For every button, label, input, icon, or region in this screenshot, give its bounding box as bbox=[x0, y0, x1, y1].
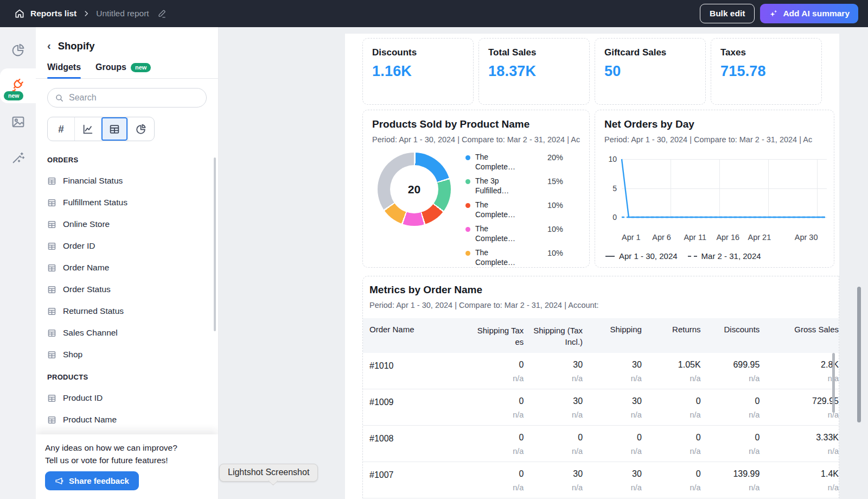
kpi-value: 1.16K bbox=[372, 63, 464, 80]
rail-item-connectors[interactable]: new bbox=[0, 68, 36, 103]
page-scrollbar[interactable] bbox=[857, 287, 861, 422]
top-bar: Reports list Untitled report Bulk edit A… bbox=[0, 0, 868, 27]
kpi-title: Total Sales bbox=[488, 47, 580, 58]
cell: 3.33Kn/a bbox=[760, 433, 839, 456]
widget-item-product-id[interactable]: Product ID bbox=[36, 387, 218, 409]
widget-item-label: Fulfillment Status bbox=[63, 198, 127, 207]
legend-row: The Complete… 20% bbox=[465, 153, 563, 172]
solid-line-marker bbox=[605, 256, 615, 257]
column-header: Shipping bbox=[583, 324, 642, 334]
kpi-giftcard-sales[interactable]: Giftcard Sales 50 bbox=[595, 38, 706, 105]
widget-item-shop[interactable]: Shop bbox=[36, 344, 218, 365]
x-tick: Apr 11 bbox=[684, 233, 706, 242]
legend-label: The Complete… bbox=[475, 224, 515, 243]
kpi-value: 50 bbox=[604, 63, 696, 80]
orders-widget-list: Financial Status Fulfillment Status Onli… bbox=[36, 170, 218, 365]
widget-item-label: Sales Channel bbox=[63, 328, 118, 338]
back-chevron-icon[interactable]: ‹ bbox=[47, 40, 51, 52]
legend-dot bbox=[465, 155, 470, 160]
column-header: Gross Sales bbox=[760, 324, 839, 334]
metrics-table: Order Name Shipping Taxes Shipping (Tax … bbox=[363, 318, 839, 498]
order-name-cell: #1007 bbox=[369, 469, 465, 492]
line-chart-plot: 10 5 0 bbox=[622, 159, 825, 217]
bulk-edit-button[interactable]: Bulk edit bbox=[700, 4, 755, 23]
legend-compare-period: Mar 2 - 31, 2024 bbox=[688, 251, 761, 261]
legend-row: The 3p Fulfilled… 15% bbox=[465, 176, 563, 195]
share-feedback-button[interactable]: Share feedback bbox=[45, 471, 139, 490]
table-widget-button[interactable] bbox=[101, 117, 127, 141]
widget-item-order-status[interactable]: Order Status bbox=[36, 279, 218, 300]
kpi-total-sales[interactable]: Total Sales 18.37K bbox=[478, 38, 590, 105]
table-icon bbox=[47, 307, 56, 316]
kpi-value: 18.37K bbox=[488, 63, 580, 80]
widget-item-financial-status[interactable]: Financial Status bbox=[36, 170, 218, 192]
tab-widgets[interactable]: Widgets bbox=[47, 62, 81, 78]
image-icon bbox=[11, 115, 25, 129]
number-widget-button[interactable]: # bbox=[48, 117, 74, 141]
kpi-discounts[interactable]: Discounts 1.16K bbox=[362, 38, 474, 105]
metrics-table-widget[interactable]: Metrics by Order Name Period: Apr 1 - 30… bbox=[362, 276, 839, 499]
cell: 0n/a bbox=[701, 433, 760, 456]
rail-item-magic[interactable] bbox=[0, 140, 36, 175]
widget-item-order-name[interactable]: Order Name bbox=[36, 257, 218, 279]
cell: 30n/a bbox=[524, 360, 583, 383]
rail-item-charts[interactable] bbox=[0, 33, 36, 67]
sidebar-scrollbar[interactable] bbox=[214, 157, 216, 331]
widget-item-label: Product ID bbox=[63, 393, 103, 403]
kpi-taxes[interactable]: Taxes 715.78 bbox=[711, 38, 822, 105]
feedback-panel: Any ideas on how we can improve? Tell us… bbox=[36, 434, 218, 499]
table-icon bbox=[47, 415, 56, 425]
widget-item-fulfillment-status[interactable]: Fulfillment Status bbox=[36, 192, 218, 213]
donut-widget[interactable]: Products Sold by Product Name Period: Ap… bbox=[362, 110, 590, 268]
magic-wand-icon bbox=[11, 150, 25, 165]
hash-icon: # bbox=[58, 123, 64, 135]
kpi-title: Discounts bbox=[372, 47, 464, 58]
line-widget-button[interactable] bbox=[74, 117, 101, 141]
tab-groups[interactable]: Groups new bbox=[95, 62, 151, 78]
widget-item-sales-channel[interactable]: Sales Channel bbox=[36, 322, 218, 344]
groups-new-badge: new bbox=[131, 63, 151, 72]
tab-widgets-label: Widgets bbox=[47, 62, 81, 72]
edit-pencil-icon[interactable] bbox=[157, 9, 167, 18]
table-header-row: Order Name Shipping Taxes Shipping (Tax … bbox=[363, 318, 839, 353]
widget-item-label: Shop bbox=[63, 350, 82, 359]
breadcrumb-reports-list[interactable]: Reports list bbox=[14, 8, 76, 19]
rail-item-images[interactable] bbox=[0, 104, 36, 139]
column-header: Returns bbox=[642, 324, 701, 334]
widget-item-product-name[interactable]: Product Name bbox=[36, 409, 218, 431]
pie-chart-icon bbox=[11, 43, 25, 58]
cell: 139.99n/a bbox=[701, 469, 760, 492]
cell: 0n/a bbox=[465, 360, 524, 383]
widget-title: Products Sold by Product Name bbox=[372, 118, 580, 130]
column-header: Shipping (Tax Incl.) bbox=[524, 324, 583, 348]
x-tick: Apr 30 bbox=[795, 233, 818, 242]
line-chart-icon bbox=[82, 123, 94, 135]
cell: 729.95n/a bbox=[760, 396, 839, 419]
column-header-label: Shipping (Tax Incl.) bbox=[533, 325, 583, 348]
cell: 2.8Kn/a bbox=[760, 360, 839, 383]
widget-item-online-store[interactable]: Online Store bbox=[36, 213, 218, 235]
widget-title: Metrics by Order Name bbox=[363, 284, 839, 296]
table-inner-scrollbar[interactable] bbox=[832, 353, 835, 413]
left-icon-rail: new bbox=[0, 27, 36, 499]
cell: 30n/a bbox=[583, 396, 642, 419]
table-icon bbox=[47, 394, 56, 403]
line-chart-legend: Apr 1 - 30, 2024 Mar 2 - 31, 2024 bbox=[605, 251, 825, 261]
search-input[interactable] bbox=[69, 93, 199, 103]
kpi-row: Discounts 1.16K Total Sales 18.37K Giftc… bbox=[362, 38, 839, 105]
widget-item-order-id[interactable]: Order ID bbox=[36, 235, 218, 257]
cell: 30n/a bbox=[583, 360, 642, 383]
dashed-line-marker bbox=[688, 256, 697, 257]
pie-widget-button[interactable] bbox=[127, 117, 154, 141]
legend-row: The Complete… 10% bbox=[465, 248, 563, 267]
add-ai-summary-button[interactable]: Add AI summary bbox=[760, 4, 858, 23]
cell: 0n/a bbox=[465, 396, 524, 419]
cell: 0n/a bbox=[642, 433, 701, 456]
pie-chart-icon bbox=[135, 123, 147, 135]
widget-subtitle: Period: Apr 1 - 30, 2024 | Compare to: M… bbox=[372, 135, 580, 144]
search-box[interactable] bbox=[47, 88, 207, 108]
legend-row: The Complete… 10% bbox=[465, 224, 563, 243]
line-chart-widget[interactable]: Net Orders by Day Period: Apr 1 - 30, 20… bbox=[595, 110, 834, 268]
widget-item-returned-status[interactable]: Returned Status bbox=[36, 300, 218, 322]
widget-item-label: Online Store bbox=[63, 219, 110, 229]
